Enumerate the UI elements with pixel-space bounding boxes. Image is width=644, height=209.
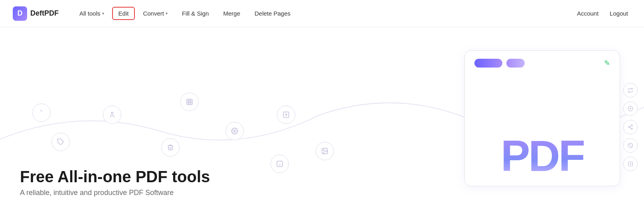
hero-text-block: Free All-in-one PDF tools A reliable, in…	[20, 167, 210, 197]
convert-menu[interactable]: Convert ▾	[136, 7, 174, 20]
svg-rect-8	[283, 112, 289, 117]
nav-links: All tools ▾ Edit Convert ▾ Fill & Sign M…	[73, 7, 574, 20]
float-circle-person2	[271, 155, 289, 173]
delete-pages-menu[interactable]: Delete Pages	[248, 7, 297, 20]
strip-icon-4	[623, 138, 638, 153]
navbar: D DeftPDF All tools ▾ Edit Convert ▾ Fil…	[0, 0, 644, 27]
float-circle-addbox	[277, 105, 295, 124]
svg-line-20	[630, 127, 631, 128]
right-icons-strip	[623, 83, 638, 171]
svg-point-17	[631, 125, 633, 126]
card-pill-secondary	[506, 59, 525, 68]
hero-section: “	[0, 27, 644, 209]
svg-rect-1	[187, 99, 192, 105]
hero-subtitle: A reliable, intuitive and productive PDF…	[20, 189, 210, 197]
svg-point-18	[628, 126, 630, 128]
logo-text: DeftPDF	[30, 9, 59, 18]
strip-icon-2	[623, 102, 638, 116]
float-circle-trash	[161, 138, 180, 157]
svg-point-0	[111, 112, 113, 114]
svg-point-12	[323, 149, 324, 150]
float-circle-puzzle	[51, 133, 70, 151]
float-circle-image	[316, 142, 334, 160]
card-edit-icon: ✎	[604, 59, 610, 68]
strip-icon-3	[623, 120, 638, 134]
logo-link[interactable]: D DeftPDF	[13, 6, 59, 21]
float-circle-figure	[103, 105, 121, 124]
fill-sign-menu[interactable]: Fill & Sign	[176, 7, 215, 20]
logout-link[interactable]: Logout	[606, 8, 631, 19]
svg-line-23	[629, 143, 632, 147]
float-circle-table	[180, 93, 199, 111]
merge-menu[interactable]: Merge	[217, 7, 247, 20]
strip-icon-5	[623, 157, 638, 171]
pdf-preview-card: ✎ PDF	[464, 50, 620, 186]
hero-title: Free All-in-one PDF tools	[20, 167, 210, 186]
chevron-down-icon: ▾	[102, 11, 104, 16]
svg-rect-11	[322, 148, 328, 154]
float-circle-quote: “	[32, 104, 51, 122]
card-top-bar: ✎	[474, 59, 610, 68]
strip-icon-1	[623, 83, 638, 98]
edit-menu[interactable]: Edit	[112, 7, 135, 20]
chevron-down-icon: ▾	[166, 11, 168, 16]
float-circle-gear	[225, 122, 244, 140]
logo-icon: D	[13, 6, 27, 21]
card-pdf-text: PDF	[474, 134, 610, 178]
svg-rect-13	[277, 161, 282, 167]
all-tools-menu[interactable]: All tools ▾	[73, 7, 111, 20]
svg-line-21	[630, 125, 631, 126]
svg-point-6	[234, 130, 236, 132]
nav-right: Account Logout	[574, 8, 631, 19]
card-pill-primary	[474, 59, 502, 68]
account-link[interactable]: Account	[574, 8, 602, 19]
svg-point-19	[631, 128, 633, 129]
